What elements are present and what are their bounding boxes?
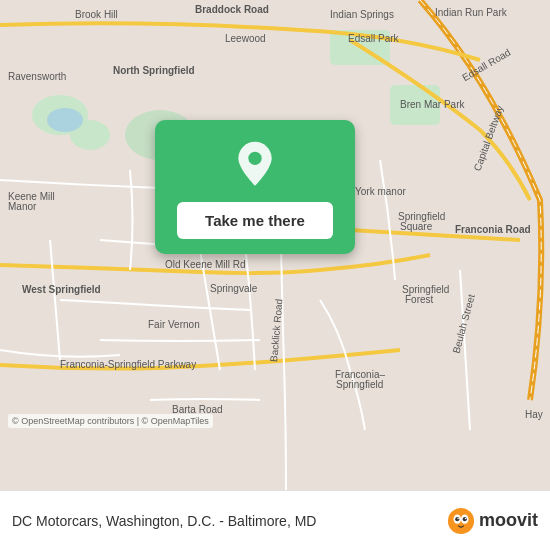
svg-point-38 <box>248 152 261 165</box>
place-name: DC Motorcars, Washington, D.C. - Baltimo… <box>12 513 437 529</box>
svg-text:Brook Hill: Brook Hill <box>75 9 118 20</box>
svg-text:Leewood: Leewood <box>225 33 266 44</box>
svg-text:Franconia Road: Franconia Road <box>455 224 531 235</box>
svg-text:Edsall Park: Edsall Park <box>348 33 400 44</box>
svg-text:Springvale: Springvale <box>210 283 258 294</box>
bottom-bar: DC Motorcars, Washington, D.C. - Baltimo… <box>0 490 550 550</box>
svg-text:North Springfield: North Springfield <box>113 65 195 76</box>
svg-point-6 <box>47 108 83 132</box>
svg-text:Forest: Forest <box>405 294 434 305</box>
svg-text:Square: Square <box>400 221 433 232</box>
take-me-there-button[interactable]: Take me there <box>177 202 333 239</box>
svg-text:Manor: Manor <box>8 201 37 212</box>
svg-text:Indian Springs: Indian Springs <box>330 9 394 20</box>
map-container: Brook Hill Braddock Road Indian Springs … <box>0 0 550 490</box>
svg-point-45 <box>465 517 466 518</box>
svg-text:Old Keene Mill Rd: Old Keene Mill Rd <box>165 259 246 270</box>
svg-text:Indian Run Park: Indian Run Park <box>435 7 508 18</box>
location-card: Take me there <box>155 120 355 254</box>
svg-point-44 <box>457 517 458 518</box>
location-pin-icon <box>230 140 280 190</box>
svg-text:York manor: York manor <box>355 186 406 197</box>
svg-text:West Springfield: West Springfield <box>22 284 101 295</box>
moovit-logo: moovit <box>447 507 538 535</box>
svg-text:Braddock Road: Braddock Road <box>195 4 269 15</box>
svg-point-42 <box>455 517 459 521</box>
moovit-icon <box>447 507 475 535</box>
moovit-text: moovit <box>479 510 538 531</box>
svg-text:Bren Mar Park: Bren Mar Park <box>400 99 465 110</box>
svg-text:Hay: Hay <box>525 409 543 420</box>
svg-point-43 <box>463 517 467 521</box>
svg-text:Ravensworth: Ravensworth <box>8 71 66 82</box>
svg-point-39 <box>448 507 474 533</box>
svg-text:Fair Vernon: Fair Vernon <box>148 319 200 330</box>
svg-text:Franconia-Springfield Parkway: Franconia-Springfield Parkway <box>60 359 196 370</box>
map-attribution: © OpenStreetMap contributors | © OpenMap… <box>8 414 213 428</box>
svg-text:Springfield: Springfield <box>336 379 383 390</box>
